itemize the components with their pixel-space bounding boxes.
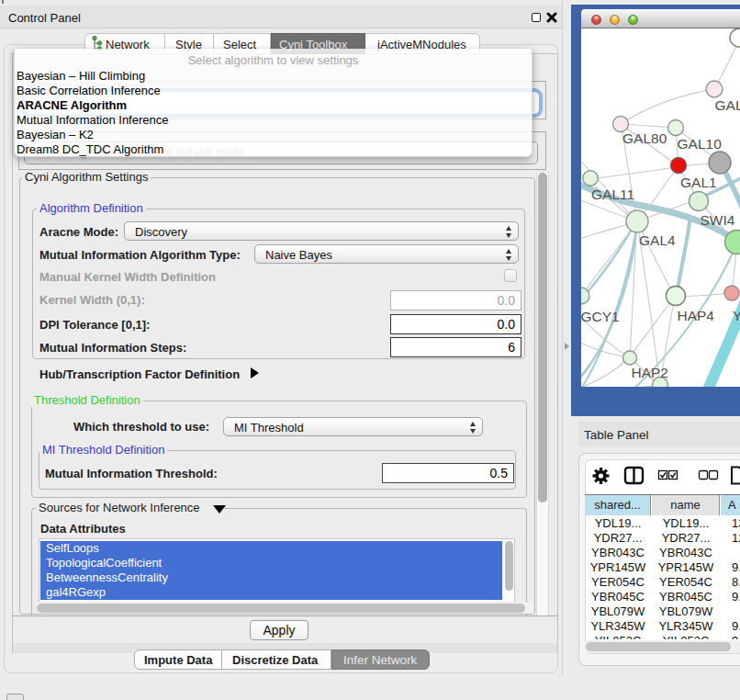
svg-text:SWI4: SWI4 (701, 212, 735, 228)
svg-text:Y: Y (733, 308, 740, 323)
svg-text:GAL80: GAL80 (622, 130, 667, 146)
svg-text:HAP2: HAP2 (632, 365, 669, 380)
svg-text:GAL: GAL (715, 97, 740, 113)
svg-text:GAL11: GAL11 (591, 186, 634, 202)
svg-text:GAL1: GAL1 (680, 175, 717, 190)
svg-text:GAL10: GAL10 (678, 136, 723, 152)
svg-text:GCY1: GCY1 (581, 309, 620, 324)
svg-text:HAP4: HAP4 (678, 308, 715, 323)
svg-text:GAL4: GAL4 (639, 232, 676, 248)
